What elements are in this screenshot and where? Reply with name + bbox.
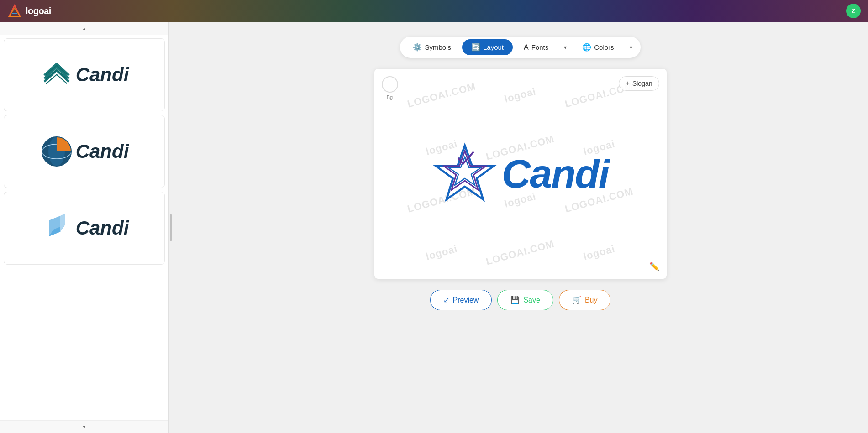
- editor-toolbar: ⚙️ Symbols 🔄 Layout A Fonts ▾ 🌐 Colors ▾: [400, 37, 640, 58]
- symbols-label: Symbols: [425, 43, 451, 51]
- save-icon: 💾: [510, 296, 520, 304]
- slogan-plus-icon: +: [626, 79, 630, 88]
- main-logo-text: Candi: [502, 154, 609, 194]
- app-logo[interactable]: logoai: [7, 4, 51, 18]
- buy-button[interactable]: 🛒 Buy: [559, 290, 611, 310]
- colors-label: Colors: [594, 43, 614, 51]
- symbols-icon: ⚙️: [413, 43, 422, 52]
- buy-label: Buy: [585, 296, 598, 304]
- logo1-brand: Candi: [76, 64, 129, 86]
- user-avatar[interactable]: Z: [846, 4, 861, 18]
- fonts-dropdown-button[interactable]: ▾: [559, 41, 571, 54]
- app-name: logoai: [26, 6, 51, 16]
- colors-icon: 🌐: [582, 43, 591, 52]
- logo-list: Candi Candi: [0, 35, 168, 420]
- circle-logo-icon: [40, 135, 74, 169]
- action-buttons: ⤢ Preview 💾 Save 🛒 Buy: [430, 290, 611, 310]
- top-navigation: logoai Z: [0, 0, 868, 22]
- watermark-1: LOGOAI.COM: [390, 69, 493, 122]
- star-logo-icon: [432, 141, 498, 207]
- buy-icon: 🛒: [572, 296, 581, 304]
- logo-canvas[interactable]: LOGOAI.COM logoai LOGOAI.COM logoai LOGO…: [374, 69, 667, 279]
- bg-label: Bg: [387, 94, 393, 100]
- watermark-11: LOGOAI.COM: [469, 225, 571, 279]
- resize-bar: [170, 214, 172, 241]
- house-icon: [40, 58, 74, 92]
- svg-marker-13: [60, 214, 65, 232]
- book-icon: [40, 211, 74, 245]
- fonts-label: Fonts: [531, 43, 549, 51]
- preview-label: Preview: [453, 296, 479, 304]
- watermark-12: logoai: [566, 230, 631, 275]
- layout-button[interactable]: 🔄 Layout: [462, 39, 513, 55]
- save-label: Save: [523, 296, 540, 304]
- svg-marker-14: [436, 146, 494, 199]
- fonts-button[interactable]: A Fonts: [515, 40, 558, 55]
- logo2-brand: Candi: [76, 141, 129, 162]
- scroll-down-arrow[interactable]: ▼: [0, 420, 168, 433]
- main-layout: ▲: [0, 22, 868, 433]
- bg-color-circle: [382, 76, 398, 93]
- watermark-10: logoai: [409, 230, 474, 275]
- logo-card-1[interactable]: Candi: [4, 38, 165, 111]
- preview-icon: ⤢: [443, 296, 449, 304]
- main-logo-display: Candi: [432, 141, 609, 207]
- logo-sidebar: ▲: [0, 22, 169, 433]
- preview-button[interactable]: ⤢ Preview: [430, 290, 492, 310]
- logo-card-3[interactable]: Candi: [4, 192, 165, 265]
- logo-card-2[interactable]: Candi: [4, 115, 165, 188]
- colors-dropdown-button[interactable]: ▾: [625, 41, 637, 54]
- watermark-2: logoai: [488, 73, 553, 118]
- save-button[interactable]: 💾 Save: [497, 290, 553, 310]
- symbols-button[interactable]: ⚙️ Symbols: [404, 39, 460, 55]
- colors-button[interactable]: 🌐 Colors: [573, 39, 623, 55]
- logoai-icon: [7, 4, 22, 18]
- resize-handle[interactable]: [169, 22, 173, 433]
- layout-label: Layout: [483, 43, 504, 51]
- scroll-up-arrow[interactable]: ▲: [0, 22, 168, 35]
- main-canvas-area: ⚙️ Symbols 🔄 Layout A Fonts ▾ 🌐 Colors ▾…: [173, 22, 868, 433]
- background-button[interactable]: Bg: [382, 76, 398, 100]
- layout-icon: 🔄: [471, 43, 480, 52]
- slogan-button[interactable]: + Slogan: [619, 76, 659, 91]
- fonts-icon: A: [524, 43, 529, 52]
- slogan-label: Slogan: [632, 80, 652, 87]
- canvas-edit-icon[interactable]: ✏️: [649, 261, 659, 271]
- logo3-brand: Candi: [76, 217, 129, 239]
